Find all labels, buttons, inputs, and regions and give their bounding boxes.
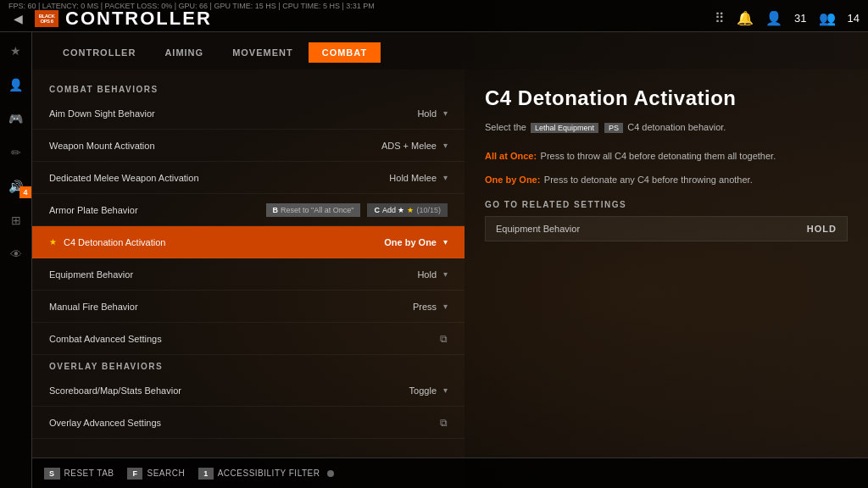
ps-tag: PS xyxy=(604,123,623,133)
dropdown-arrow-icon: ▾ xyxy=(443,237,448,247)
related-header: GO TO RELATED SETTINGS xyxy=(485,200,848,209)
accessibility-filter-button[interactable]: 1 ACCESSIBILITY FILTER xyxy=(198,468,334,480)
sidebar-badge: 4 xyxy=(19,186,31,198)
dropdown-arrow-icon: ▾ xyxy=(443,141,448,150)
section-header-combat: COMBAT BEHAVIORS xyxy=(32,78,465,97)
content-area: CONTROLLER AIMING MOVEMENT COMBAT COMBAT… xyxy=(32,32,868,488)
row-weapon-mount[interactable]: Weapon Mount Activation ADS + Melee ▾ xyxy=(32,130,465,162)
option-name: One by One: xyxy=(485,175,540,185)
tab-aiming[interactable]: AIMING xyxy=(151,42,217,63)
sidebar-icon-controller[interactable]: 🎮 xyxy=(5,108,26,129)
row-combat-advanced[interactable]: Combat Advanced Settings ⧉ xyxy=(32,323,465,355)
reset-label: Reset to "All at Once" xyxy=(281,206,353,214)
option-desc: Press to detonate any C4 before throwing… xyxy=(544,175,753,185)
accessibility-key: 1 xyxy=(198,468,214,480)
detail-description: Select the Lethal Equipment PS C4 detona… xyxy=(485,120,848,136)
sidebar-icon-edit[interactable]: ✏ xyxy=(8,142,25,163)
star-icon: ★ xyxy=(49,237,57,247)
add-label: Add ★ xyxy=(382,206,405,214)
row-manual-fire[interactable]: Manual Fire Behavior Press ▾ xyxy=(32,291,465,323)
row-scoreboard[interactable]: Scoreboard/Map/Stats Behavior Toggle ▾ xyxy=(32,374,465,407)
game-logo: BLACKOPS 6 xyxy=(35,10,58,27)
nav-tabs: CONTROLLER AIMING MOVEMENT COMBAT xyxy=(32,32,868,69)
group-icon[interactable]: 👥 xyxy=(819,10,836,26)
count2: 14 xyxy=(848,12,860,25)
row-label: Dedicated Melee Weapon Activation xyxy=(49,173,389,183)
logo-box: BLACKOPS 6 xyxy=(35,10,58,27)
search-label: SEARCH xyxy=(147,469,185,478)
detail-title: C4 Detonation Activation xyxy=(485,86,848,110)
grid-icon[interactable]: ⠿ xyxy=(715,10,725,26)
row-label: Scoreboard/Map/Stats Behavior xyxy=(49,385,409,396)
dropdown-arrow-icon: ▾ xyxy=(443,108,448,118)
bottom-bar: S RESET TAB F SEARCH 1 ACCESSIBILITY FIL… xyxy=(32,458,868,488)
row-value: ADS + Melee xyxy=(381,141,437,151)
bell-icon[interactable]: 🔔 xyxy=(737,10,754,26)
option-all-at-once: All at Once: Press to throw all C4 befor… xyxy=(485,147,848,163)
section-header-overlay: OVERLAY BEHAVIORS xyxy=(32,355,465,374)
row-value: Toggle xyxy=(409,385,437,396)
status-dot xyxy=(327,470,334,477)
sidebar-icon-grid[interactable]: ⊞ xyxy=(8,210,25,230)
add-count: (10/15) xyxy=(416,206,441,214)
row-value: Hold xyxy=(417,269,437,280)
option-name: All at Once: xyxy=(485,151,537,161)
tab-combat[interactable]: COMBAT xyxy=(309,42,381,63)
row-value: One by One xyxy=(384,237,437,247)
row-aim-down-sight[interactable]: Aim Down Sight Behavior Hold ▾ xyxy=(32,97,465,130)
search-key: F xyxy=(127,468,142,480)
tab-movement[interactable]: MOVEMENT xyxy=(219,42,307,63)
row-label: Overlay Advanced Settings xyxy=(49,418,440,428)
back-button[interactable]: ◀ xyxy=(8,10,28,27)
row-label: Combat Advanced Settings xyxy=(49,334,440,344)
dropdown-arrow-icon: ▾ xyxy=(443,302,448,311)
reset-btn[interactable]: B Reset to "All at Once" xyxy=(266,203,361,217)
row-label: Armor Plate Behavior xyxy=(49,205,251,215)
related-label: Equipment Behavior xyxy=(496,224,807,234)
dropdown-arrow-icon: ▾ xyxy=(443,173,448,182)
related-row[interactable]: Equipment Behavior HOLD xyxy=(485,216,848,241)
add-btn[interactable]: C Add ★ ★ (10/15) xyxy=(367,203,448,217)
main-layout: ★ 👤 🎮 ✏ 🔊 ⊞ 👁 4 CONTROLLER AIMING MOVEME… xyxy=(0,32,868,488)
lethal-tag: Lethal Equipment xyxy=(531,123,598,133)
row-label: Equipment Behavior xyxy=(49,269,417,280)
sidebar-icon-profile[interactable]: 👤 xyxy=(5,75,26,95)
row-overlay-advanced[interactable]: Overlay Advanced Settings ⧉ xyxy=(32,407,465,439)
reset-tab-key: S xyxy=(44,468,60,480)
external-link-icon: ⧉ xyxy=(440,333,448,345)
row-label: C4 Detonation Activation xyxy=(64,237,384,247)
count1: 31 xyxy=(794,12,806,25)
tab-controller[interactable]: CONTROLLER xyxy=(49,42,149,63)
sidebar-icons: ★ 👤 🎮 ✏ 🔊 ⊞ 👁 4 xyxy=(0,32,32,488)
two-col: COMBAT BEHAVIORS Aim Down Sight Behavior… xyxy=(32,69,868,488)
left-panel: COMBAT BEHAVIORS Aim Down Sight Behavior… xyxy=(32,69,465,488)
sidebar-icon-star[interactable]: ★ xyxy=(7,41,25,61)
row-value: Hold Melee xyxy=(389,173,437,183)
right-panel: C4 Detonation Activation Select the Leth… xyxy=(465,69,868,488)
top-bar: FPS: 60 | LATENCY: 0 MS | PACKET LOSS: 0… xyxy=(0,0,868,32)
row-value: Hold xyxy=(417,108,437,119)
row-label: Manual Fire Behavior xyxy=(49,302,413,312)
option-one-by-one: One by One: Press to detonate any C4 bef… xyxy=(485,171,848,186)
sidebar-icon-eye[interactable]: 👁 xyxy=(7,244,25,264)
row-label: Aim Down Sight Behavior xyxy=(49,108,417,119)
reset-tab-label: RESET TAB xyxy=(64,469,114,478)
dropdown-arrow-icon: ▾ xyxy=(443,269,448,279)
reset-tab-button[interactable]: S RESET TAB xyxy=(44,468,114,480)
row-dedicated-melee[interactable]: Dedicated Melee Weapon Activation Hold M… xyxy=(32,162,465,194)
external-link-icon: ⧉ xyxy=(440,417,448,429)
search-button[interactable]: F SEARCH xyxy=(127,468,185,480)
row-label: Weapon Mount Activation xyxy=(49,141,381,151)
row-c4-detonation[interactable]: ★ C4 Detonation Activation One by One ▾ xyxy=(32,226,465,258)
row-value: Press xyxy=(413,302,437,312)
profile-icon[interactable]: 👤 xyxy=(765,10,782,26)
related-value: HOLD xyxy=(807,224,837,234)
stats-bar: FPS: 60 | LATENCY: 0 MS | PACKET LOSS: 0… xyxy=(8,2,375,10)
accessibility-label: ACCESSIBILITY FILTER xyxy=(218,469,320,478)
page-title: CONTROLLER xyxy=(65,8,212,30)
option-desc: Press to throw all C4 before detonating … xyxy=(541,151,776,161)
row-armor-plate[interactable]: Armor Plate Behavior B Reset to "All at … xyxy=(32,194,465,226)
row-equipment-behavior[interactable]: Equipment Behavior Hold ▾ xyxy=(32,258,465,291)
dropdown-arrow-icon: ▾ xyxy=(443,385,448,395)
